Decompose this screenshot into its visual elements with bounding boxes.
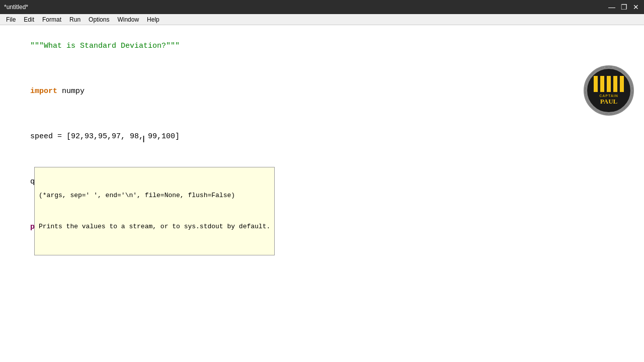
logo-container: CAPTAIN PAUL [584, 65, 634, 116]
logo-stripe-5 [620, 76, 624, 92]
import-module: numpy [57, 87, 85, 96]
logo-stripe-4 [613, 76, 617, 92]
title-bar-left: *untitled* [4, 4, 28, 11]
logo-inner: CAPTAIN PAUL [585, 67, 632, 114]
speed-assignment: speed = [92,93,95,97, 98, 99,100] [30, 132, 180, 141]
logo-stripe-3 [607, 76, 611, 92]
autocomplete-description: Prints the values to a stream, or to sys… [39, 222, 270, 232]
title-bar: *untitled* — ❐ ✕ [0, 0, 644, 14]
menu-bar: File Edit Format Run Options Window Help [0, 14, 644, 25]
menu-edit[interactable]: Edit [20, 15, 38, 24]
minimize-button[interactable]: — [608, 3, 616, 11]
menu-run[interactable]: Run [65, 15, 85, 24]
menu-options[interactable]: Options [85, 15, 113, 24]
close-button[interactable]: ✕ [632, 3, 640, 11]
logo-stripes [594, 76, 624, 92]
logo-stripe-2 [600, 76, 604, 92]
title-bar-controls: — ❐ ✕ [608, 3, 640, 11]
code-line-1: """What is Standard Deviation?""" [3, 29, 641, 63]
editor-area[interactable]: """What is Standard Deviation?""" import… [0, 25, 644, 362]
code-line-blank-2 [3, 109, 641, 120]
code-line-5: speed = [92,93,95,97, 98, 99,100] [3, 120, 641, 154]
keyword-import: import [30, 87, 57, 96]
menu-format[interactable]: Format [38, 15, 65, 24]
code-line-blank-1 [3, 63, 641, 75]
autocomplete-signature: (*args, sep=' ', end='\n', file=None, fl… [39, 191, 270, 201]
autocomplete-popup: (*args, sep=' ', end='\n', file=None, fl… [34, 167, 275, 255]
menu-window[interactable]: Window [113, 15, 143, 24]
logo-text-captain: CAPTAIN [599, 94, 618, 98]
logo-text-paul: PAUL [600, 98, 617, 106]
docstring-text: """What is Standard Deviation?""" [30, 42, 180, 50]
menu-file[interactable]: File [2, 15, 20, 24]
logo-stripe-1 [594, 76, 598, 92]
window-title: *untitled* [4, 4, 28, 11]
code-line-blank-3 [3, 154, 641, 165]
restore-button[interactable]: ❐ [620, 3, 628, 11]
menu-help[interactable]: Help [143, 15, 164, 24]
code-line-3: import numpy [3, 74, 641, 109]
